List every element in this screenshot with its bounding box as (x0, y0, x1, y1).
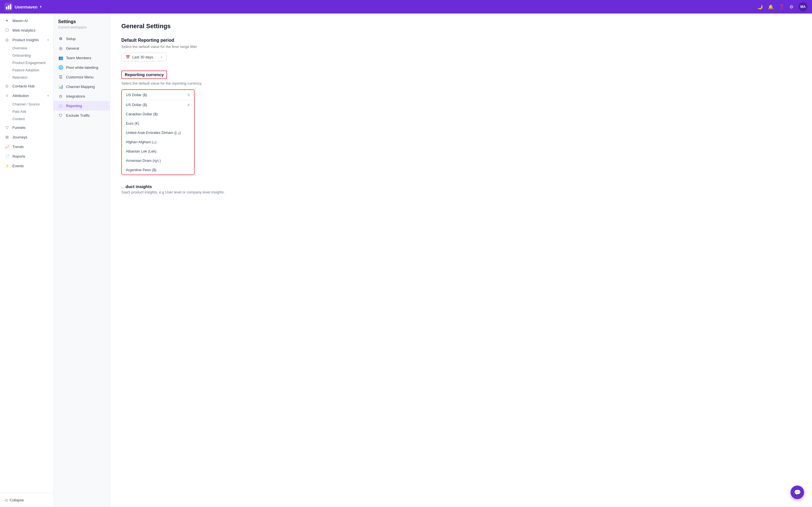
calendar-icon: 📅 (125, 55, 130, 59)
customize-menu-icon: ☰ (58, 75, 63, 79)
settings-menu-channel-mapping[interactable]: 📊 Channel Mapping (54, 82, 110, 91)
currency-label-aed: United Arab Emirates Dirham (د.إ) (126, 130, 180, 135)
sidebar-sub-feature-adoption[interactable]: Feature Adoption (12, 66, 53, 74)
sidebar-sub-channel-source[interactable]: Channel / Source (12, 101, 53, 108)
journeys-icon: ⊞ (4, 135, 10, 139)
reporting-period-dropdown[interactable]: 📅 Last 30 days ▾ (121, 53, 166, 61)
general-icon: ◎ (58, 46, 63, 51)
pixel-label: Pixel white-labelling (66, 65, 98, 70)
svg-rect-2 (8, 5, 9, 9)
currency-dropdown[interactable]: US Dollar ($) ⇅ US Dollar ($) ✓ Canadian… (121, 90, 195, 175)
currency-label-usd: US Dollar ($) (126, 103, 147, 107)
settings-icon[interactable]: ⚙ (790, 4, 793, 10)
sidebar-sub-paid-ads[interactable]: Paid Ads (12, 108, 53, 115)
funnels-icon: ▽ (4, 125, 10, 130)
settings-menu-reporting[interactable]: ◌ Reporting (54, 101, 110, 111)
currency-option-afn[interactable]: Afghan Afghani (؋) (122, 137, 194, 147)
currency-option-amd[interactable]: Armenian Dram (դր.) (122, 156, 194, 165)
sidebar-label-maven-ai: Maven AI (12, 19, 28, 23)
settings-menu-integrations[interactable]: ⊙ Integrations (54, 91, 110, 101)
sidebar-sub-onboarding[interactable]: Onboarding (12, 52, 53, 59)
chat-icon: 💬 (794, 489, 801, 496)
sidebar-sub-product-engagement[interactable]: Product Engagement (12, 59, 53, 66)
sidebar-label-journeys: Journeys (12, 135, 28, 139)
currency-option-aed[interactable]: United Arab Emirates Dirham (د.إ) (122, 128, 194, 137)
events-icon: ⚡ (4, 164, 10, 168)
reporting-currency-desc: Select the default value for the reporti… (121, 81, 801, 86)
collapse-button[interactable]: ◁ Collapse (0, 496, 53, 505)
avatar[interactable]: MA (799, 2, 808, 11)
currency-label-amd: Armenian Dram (դր.) (126, 159, 161, 163)
default-reporting-section: Default Reporting period Select the defa… (121, 38, 801, 61)
collapse-icon: ◁ (4, 498, 7, 502)
sidebar-label-web-analytics: Web Analytics (12, 28, 35, 33)
sidebar-item-product-insights[interactable]: ◎ Product Insights ▾ (0, 35, 53, 45)
checkmark-icon: ✓ (187, 103, 190, 107)
setup-icon: ⚙ (58, 36, 63, 41)
settings-menu-setup[interactable]: ⚙ Setup (54, 34, 110, 44)
web-analytics-icon: ☐ (4, 28, 10, 33)
sidebar-sub-content[interactable]: Content (12, 115, 53, 123)
sidebar-sub-overview[interactable]: Overview (12, 45, 53, 52)
topnav: Usermaven ▾ 🌙 🔔 ❓ ⚙ MA (0, 0, 812, 13)
logo-icon (4, 3, 12, 11)
chat-button[interactable]: 💬 (791, 486, 804, 499)
settings-menu-team-members[interactable]: 👥 Team Members (54, 53, 110, 63)
sidebar-item-events[interactable]: ⚡ Events (0, 161, 53, 171)
reporting-period-value: Last 30 days (132, 55, 153, 59)
currency-label-cad: Canadian Dollar ($) (126, 112, 158, 116)
currency-option-usd[interactable]: US Dollar ($) ✓ (122, 100, 194, 109)
maven-ai-icon: ✦ (4, 18, 10, 23)
currency-option-eur[interactable]: Euro (€) (122, 119, 194, 128)
currency-option-cad[interactable]: Canadian Dollar ($) (122, 109, 194, 119)
sidebar-item-reports[interactable]: 📄 Reports (0, 152, 53, 161)
customize-menu-label: Customize Menu (66, 75, 94, 79)
currency-label-ars: Argentine Peso ($) (126, 168, 156, 172)
general-label: General (66, 46, 79, 51)
topnav-actions: 🌙 🔔 ❓ ⚙ MA (757, 2, 808, 11)
reporting-currency-section: Reporting currency Select the default va… (121, 70, 801, 175)
settings-menu-customize-menu[interactable]: ☰ Customize Menu (54, 72, 110, 82)
notifications-icon[interactable]: 🔔 (768, 4, 774, 10)
product-insights-desc: SaaS product insights. e.g User level or… (121, 190, 801, 194)
reports-icon: 📄 (4, 154, 10, 159)
channel-mapping-label: Channel Mapping (66, 84, 95, 89)
main-content: General Settings Default Reporting perio… (110, 13, 812, 507)
currency-label-eur: Euro (€) (126, 121, 139, 125)
sidebar-item-attribution[interactable]: ⌗ Attribution ▾ (0, 91, 53, 101)
logo[interactable]: Usermaven ▾ (4, 3, 42, 11)
pixel-icon: 🌐 (58, 65, 63, 70)
svg-rect-3 (10, 4, 11, 9)
setup-label: Setup (66, 37, 75, 41)
logo-text: Usermaven (15, 4, 38, 9)
logo-chevron-icon[interactable]: ▾ (40, 5, 42, 9)
sidebar-item-funnels[interactable]: ▽ Funnels (0, 123, 53, 132)
dark-mode-icon[interactable]: 🌙 (757, 4, 763, 10)
sidebar-item-maven-ai[interactable]: ✦ Maven AI (0, 16, 53, 25)
contacts-hub-icon: ⊙ (4, 84, 10, 88)
currency-option-ars[interactable]: Argentine Peso ($) (122, 165, 194, 175)
settings-menu-exclude-traffic[interactable]: 🛡 Exclude Traffic (54, 111, 110, 120)
sidebar-item-contacts-hub[interactable]: ⊙ Contacts Hub (0, 81, 53, 91)
attribution-icon: ⌗ (4, 93, 10, 98)
currency-option-all[interactable]: Albanian Lek (Lek) (122, 147, 194, 156)
collapse-label: Collapse (10, 498, 24, 502)
currency-label-afn: Afghan Afghani (؋) (126, 140, 156, 144)
integrations-icon: ⊙ (58, 94, 63, 98)
attribution-chevron-icon: ▾ (47, 94, 49, 97)
channel-mapping-icon: 📊 (58, 84, 63, 89)
settings-menu-pixel-whitelabelling[interactable]: 🌐 Pixel white-labelling (54, 63, 110, 72)
currency-dropdown-header[interactable]: US Dollar ($) ⇅ (122, 90, 194, 100)
sidebar-label-reports: Reports (12, 154, 25, 159)
settings-title: Settings (54, 19, 110, 25)
sidebar-sub-retention[interactable]: Retention (12, 74, 53, 81)
attribution-submenu: Channel / Source Paid Ads Content (0, 101, 53, 123)
exclude-traffic-icon: 🛡 (58, 113, 63, 118)
sidebar-item-web-analytics[interactable]: ☐ Web Analytics (0, 25, 53, 35)
settings-menu-general[interactable]: ◎ General (54, 44, 110, 53)
sidebar-item-journeys[interactable]: ⊞ Journeys (0, 132, 53, 142)
currency-sort-icon: ⇅ (187, 93, 190, 97)
help-icon[interactable]: ❓ (779, 4, 784, 10)
sidebar-item-trends[interactable]: 📈 Trends (0, 142, 53, 152)
default-reporting-title: Default Reporting period (121, 38, 801, 43)
